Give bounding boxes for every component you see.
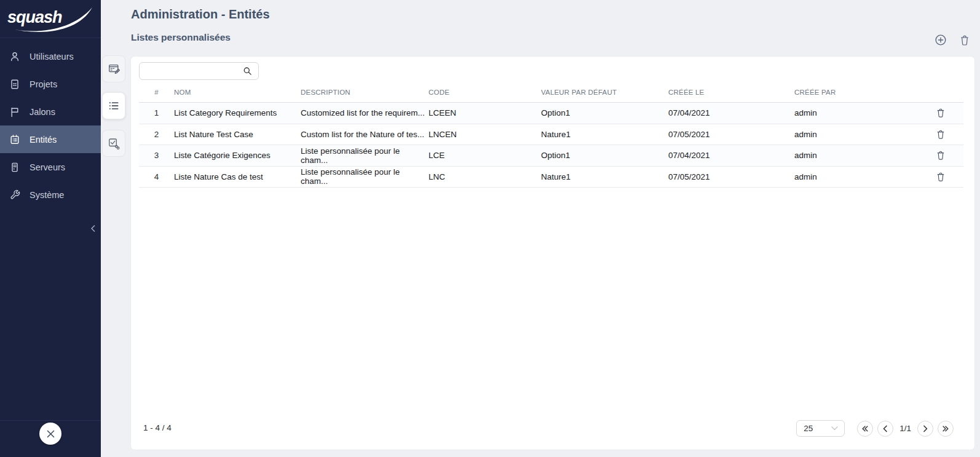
cell-created-on: 07/04/2021 bbox=[668, 151, 794, 160]
squash-logo[interactable]: squash bbox=[0, 0, 101, 38]
cell-default-value: Option1 bbox=[541, 151, 668, 160]
cell-default-value: Nature1 bbox=[541, 172, 668, 181]
cell-code: LNCEN bbox=[429, 130, 541, 139]
search-input[interactable] bbox=[139, 62, 259, 80]
delete-row-button[interactable] bbox=[935, 170, 946, 183]
cell-code: LNC bbox=[429, 172, 541, 181]
chevron-down-icon bbox=[831, 426, 838, 431]
column-header-valeur[interactable]: VALEUR PAR DÉFAUT bbox=[541, 89, 668, 96]
sidebar-item-label: Utilisateurs bbox=[30, 52, 74, 62]
pagination-controls: 25 1/1 bbox=[796, 420, 954, 437]
sidebar-item-projets[interactable]: Projets bbox=[0, 70, 101, 98]
first-page-button[interactable] bbox=[857, 421, 873, 437]
cell-description: Customized list for the requirem... bbox=[301, 108, 429, 117]
cell-default-value: Nature1 bbox=[541, 130, 668, 139]
cell-created-by: admin bbox=[794, 172, 922, 181]
column-header-code[interactable]: CODE bbox=[429, 89, 541, 96]
chevron-left-icon bbox=[882, 425, 888, 432]
cell-description: Liste personnalisée pour le cham... bbox=[301, 146, 429, 165]
table-row[interactable]: 4 Liste Nature Cas de test Liste personn… bbox=[139, 167, 963, 188]
table-row[interactable]: 1 List Category Requirements Customized … bbox=[139, 103, 963, 124]
table-row[interactable]: 2 List Nature Test Case Custom list for … bbox=[139, 124, 963, 146]
double-chevron-left-icon bbox=[861, 425, 869, 432]
custom-lists-card: # NOM DESCRIPTION CODE VALEUR PAR DÉFAUT… bbox=[131, 57, 974, 450]
wrench-icon bbox=[9, 189, 20, 201]
last-page-button[interactable] bbox=[938, 421, 954, 437]
tab-custom-fields[interactable] bbox=[102, 55, 125, 82]
clipboard-icon bbox=[9, 134, 20, 145]
cell-code: LCE bbox=[429, 151, 541, 160]
cell-code: LCEEN bbox=[429, 108, 541, 117]
delete-lists-button[interactable] bbox=[958, 33, 971, 47]
trash-icon bbox=[936, 129, 945, 140]
cell-created-on: 07/05/2021 bbox=[668, 130, 794, 139]
cell-index: 1 bbox=[139, 108, 174, 117]
cell-name: List Category Requirements bbox=[174, 108, 301, 117]
sidebar-nav: Utilisateurs Projets Jal bbox=[0, 38, 101, 209]
custom-lists-table: # NOM DESCRIPTION CODE VALEUR PAR DÉFAUT… bbox=[139, 82, 963, 188]
cell-index: 2 bbox=[139, 130, 174, 139]
trash-icon bbox=[936, 150, 945, 161]
add-list-button[interactable] bbox=[934, 33, 947, 47]
page-size-select[interactable]: 25 bbox=[796, 420, 845, 437]
column-header-creee-par[interactable]: CRÉÉE PAR bbox=[794, 89, 922, 96]
sidebar-item-systeme[interactable]: Système bbox=[0, 181, 101, 209]
chevron-right-icon bbox=[922, 425, 928, 432]
cell-created-on: 07/04/2021 bbox=[668, 108, 794, 117]
svg-text:squash: squash bbox=[7, 8, 62, 26]
user-icon bbox=[9, 51, 20, 62]
cell-name: Liste Nature Cas de test bbox=[174, 172, 301, 181]
trash-icon bbox=[936, 172, 945, 182]
sidebar: squash Utilisateurs bbox=[0, 0, 101, 457]
delete-row-button[interactable] bbox=[935, 128, 946, 140]
page-indicator: 1/1 bbox=[898, 424, 913, 433]
next-page-button[interactable] bbox=[917, 421, 933, 437]
column-header-nom[interactable]: NOM bbox=[174, 89, 301, 96]
cell-created-by: admin bbox=[794, 130, 922, 139]
sidebar-item-label: Système bbox=[30, 190, 64, 200]
delete-row-button[interactable] bbox=[935, 107, 946, 119]
column-header-index[interactable]: # bbox=[139, 89, 174, 96]
cell-name: Liste Catégorie Exigences bbox=[174, 151, 301, 160]
main-content: Administration - Entités Listes personna… bbox=[101, 0, 980, 457]
custom-fields-icon bbox=[108, 63, 121, 76]
tab-custom-lists[interactable] bbox=[102, 92, 125, 119]
search-box bbox=[139, 62, 259, 80]
column-header-description[interactable]: DESCRIPTION bbox=[301, 89, 429, 96]
cell-description: Custom list for the Nature of tes... bbox=[301, 130, 429, 139]
server-icon bbox=[9, 162, 20, 173]
cell-created-on: 07/05/2021 bbox=[668, 172, 794, 181]
sidebar-item-jalons[interactable]: Jalons bbox=[0, 98, 101, 125]
squash-logo-icon: squash bbox=[4, 4, 96, 34]
previous-page-button[interactable] bbox=[877, 421, 893, 437]
sidebar-item-label: Jalons bbox=[30, 107, 55, 117]
list-toolbar bbox=[934, 33, 971, 47]
sidebar-collapse-button[interactable] bbox=[87, 223, 98, 234]
tab-linked-lists[interactable] bbox=[102, 130, 125, 157]
sidebar-item-label: Entités bbox=[30, 135, 57, 145]
cell-default-value: Option1 bbox=[541, 108, 668, 117]
sidebar-item-serveurs[interactable]: Serveurs bbox=[0, 153, 101, 181]
sidebar-item-utilisateurs[interactable]: Utilisateurs bbox=[0, 42, 101, 70]
cell-name: List Nature Test Case bbox=[174, 130, 301, 139]
trash-icon bbox=[960, 34, 970, 46]
cell-index: 3 bbox=[139, 151, 174, 160]
custom-lists-icon bbox=[107, 99, 121, 113]
close-icon bbox=[46, 429, 55, 439]
sidebar-item-label: Projets bbox=[30, 79, 57, 89]
cell-description: Liste personnalisée pour le cham... bbox=[301, 167, 429, 186]
sidebar-item-label: Serveurs bbox=[30, 162, 65, 172]
page-subtitle: Listes personnalisées bbox=[131, 32, 231, 43]
double-chevron-right-icon bbox=[942, 425, 949, 432]
table-body: 1 List Category Requirements Customized … bbox=[139, 103, 963, 188]
flag-icon bbox=[9, 106, 20, 117]
table-row[interactable]: 3 Liste Catégorie Exigences Liste person… bbox=[139, 145, 963, 167]
cell-created-by: admin bbox=[794, 108, 922, 117]
plus-circle-icon bbox=[935, 34, 947, 46]
close-admin-button[interactable] bbox=[39, 423, 61, 445]
sidebar-item-entites[interactable]: Entités bbox=[0, 125, 101, 153]
page-size-value: 25 bbox=[804, 424, 813, 433]
app-window: squash Utilisateurs bbox=[0, 0, 980, 457]
column-header-creee-le[interactable]: CRÉÉE LE bbox=[668, 89, 794, 96]
delete-row-button[interactable] bbox=[935, 149, 946, 162]
